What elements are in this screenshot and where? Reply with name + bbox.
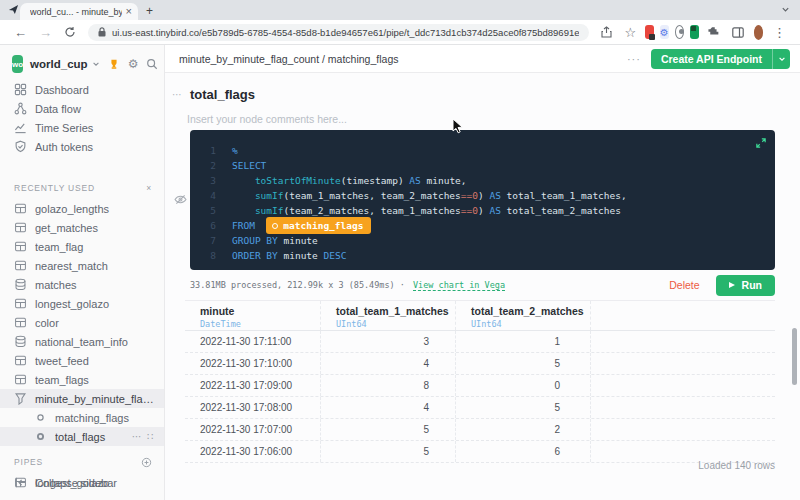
table-cell: 2022-11-30 17:09:00: [185, 380, 320, 391]
recent-list: golazo_lengthsget_matchesteam_flagneares…: [0, 199, 164, 446]
circle-icon: [34, 411, 47, 424]
recent-item-color[interactable]: color: [0, 313, 164, 332]
chevron-down-icon[interactable]: [92, 60, 100, 68]
sidebar-item-data-flow[interactable]: Data flow: [0, 99, 164, 118]
pipe-more-icon[interactable]: ···: [627, 53, 641, 65]
table-cell: 2022-11-30 17:07:00: [185, 424, 320, 435]
table-cell: 0: [455, 375, 590, 396]
row-more-icon[interactable]: ⋯: [132, 431, 143, 442]
browser-tab[interactable]: world_cu... - minute_by_minut... ×: [20, 3, 138, 20]
recent-item-matches[interactable]: matches: [0, 275, 164, 294]
new-tab-button[interactable]: +: [146, 5, 153, 17]
recent-item-golazo-lengths[interactable]: golazo_lengths: [0, 199, 164, 218]
item-label: Dashboard: [35, 84, 154, 96]
recent-item-minute-by-minute-flag-co-[interactable]: minute_by_minute_flag_co...: [0, 389, 164, 408]
node-title-row: ⋯ total_flags: [172, 85, 775, 103]
table-cell: 5: [455, 353, 590, 374]
table-row[interactable]: 2022-11-30 17:07:0052: [185, 419, 775, 441]
extension-green-icon[interactable]: [690, 25, 699, 39]
collapse-sidebar-button[interactable]: Collapse sidebar: [0, 473, 164, 492]
circle-filled-icon: [34, 430, 47, 443]
table-row[interactable]: 2022-11-30 17:10:0045: [185, 353, 775, 375]
row-grip-icon[interactable]: ∷: [147, 431, 154, 442]
forward-icon[interactable]: →: [39, 26, 52, 39]
column-name: total_team_2_matches: [471, 305, 590, 317]
datasource-badge[interactable]: matching_flags: [266, 217, 371, 234]
tab-title: world_cu... - minute_by_minut...: [30, 7, 122, 17]
add-pipe-icon[interactable]: [141, 457, 152, 468]
sidebar-item-auth-tokens[interactable]: Auth tokens: [0, 137, 164, 156]
url-bar[interactable]: ui.us-east.tinybird.co/e5b789d5-6785-455…: [88, 24, 589, 41]
line-number: 2: [190, 158, 216, 173]
recent-item-nearest-match[interactable]: nearest_match: [0, 256, 164, 275]
extension-gear-icon[interactable]: ⚙: [660, 25, 669, 39]
recently-used-label: RECENTLY USED: [14, 183, 95, 193]
column-header-total_team_1_matches[interactable]: total_team_1_matchesUInt64: [320, 301, 455, 330]
table-row[interactable]: 2022-11-30 17:06:0056: [185, 441, 775, 463]
recent-item-team-flags[interactable]: team_flags: [0, 370, 164, 389]
table-row[interactable]: 2022-11-30 17:08:0045: [185, 397, 775, 419]
search-icon[interactable]: [146, 58, 158, 70]
recent-item-tweet-feed[interactable]: tweet_feed: [0, 351, 164, 370]
extensions-puzzle-icon[interactable]: [708, 26, 720, 38]
table-row[interactable]: 2022-11-30 17:09:0080: [185, 375, 775, 397]
trophy-icon[interactable]: [108, 58, 120, 70]
side-panel-icon[interactable]: [732, 27, 744, 38]
sidebar-item-time-series[interactable]: Time Series: [0, 118, 164, 137]
run-button[interactable]: Run: [716, 275, 775, 296]
recent-item-total-flags[interactable]: total_flags⋯∷: [0, 427, 164, 446]
app: wo world_cup ⚙ DashboardData flowTime Se…: [0, 45, 800, 500]
column-header-total_team_2_matches[interactable]: total_team_2_matchesUInt64: [455, 301, 590, 330]
table-cell: 2: [455, 419, 590, 440]
tinybird-favicon-icon: [8, 4, 19, 15]
node-comment-input[interactable]: [187, 111, 775, 127]
refresh-icon[interactable]: [64, 26, 76, 38]
sidebar-item-dashboard[interactable]: Dashboard: [0, 80, 164, 99]
view-chart-vega-link[interactable]: View chart in Vega: [413, 280, 505, 291]
browser-menu-icon[interactable]: ⋮: [773, 26, 786, 39]
column-name: minute: [200, 305, 320, 317]
table-row[interactable]: 2022-11-30 17:11:0031: [185, 331, 775, 353]
recent-item-get-matches[interactable]: get_matches: [0, 218, 164, 237]
recent-item-longest-golazo[interactable]: longest_golazo: [0, 294, 164, 313]
close-icon[interactable]: ×: [146, 183, 152, 193]
play-icon: [729, 282, 735, 288]
table-cell: 4: [320, 353, 455, 374]
profile-avatar[interactable]: [754, 25, 763, 40]
workspace-switcher[interactable]: wo world_cup ⚙: [0, 52, 164, 76]
recent-item-national-team-info[interactable]: national_team_info: [0, 332, 164, 351]
sql-line: 6FROM matching_flags: [190, 218, 775, 233]
delete-node-button[interactable]: Delete: [669, 279, 699, 291]
node-title[interactable]: total_flags: [190, 87, 255, 102]
create-api-chevron-icon[interactable]: [772, 49, 790, 69]
sql-editor[interactable]: 1%2SELECT3 toStartOfMinute(timestamp) AS…: [190, 130, 775, 270]
column-header-minute[interactable]: minuteDateTime: [185, 301, 320, 330]
sql-line: 1%: [190, 143, 775, 158]
editor-expand-icon[interactable]: [756, 138, 766, 148]
flow-icon: [14, 102, 27, 115]
breadcrumb[interactable]: minute_by_minute_flag_count / matching_f…: [179, 53, 398, 65]
create-api-endpoint-button[interactable]: Create API Endpoint: [651, 49, 790, 69]
extension-compass-icon[interactable]: [675, 25, 684, 39]
recent-item-team-flag[interactable]: team_flag: [0, 237, 164, 256]
back-icon[interactable]: ←: [14, 26, 27, 39]
table-cell: 2022-11-30 17:06:00: [185, 446, 320, 457]
extension-red-icon[interactable]: [645, 25, 654, 39]
table-icon: [14, 259, 27, 272]
lock-icon: [98, 27, 106, 37]
tab-close-icon[interactable]: ×: [126, 6, 132, 17]
pipe-header-bar: minute_by_minute_flag_count / matching_f…: [165, 45, 800, 73]
eye-off-icon[interactable]: [174, 194, 187, 205]
item-label: team_flag: [35, 241, 154, 253]
gear-icon[interactable]: ⚙: [128, 57, 139, 71]
bookmark-star-icon[interactable]: ☆: [624, 26, 636, 39]
table-scrollbar[interactable]: [792, 328, 797, 385]
item-label: golazo_lengths: [35, 203, 154, 215]
table-cell: 5: [455, 397, 590, 418]
recent-item-matching-flags[interactable]: matching_flags: [0, 408, 164, 427]
node-drag-handle-icon[interactable]: ⋯: [172, 89, 183, 100]
share-icon[interactable]: [601, 26, 612, 38]
chevron-down-icon[interactable]: [781, 5, 790, 14]
column-type: UInt64: [471, 319, 590, 329]
loaded-rows-label: Loaded 140 rows: [698, 460, 775, 471]
